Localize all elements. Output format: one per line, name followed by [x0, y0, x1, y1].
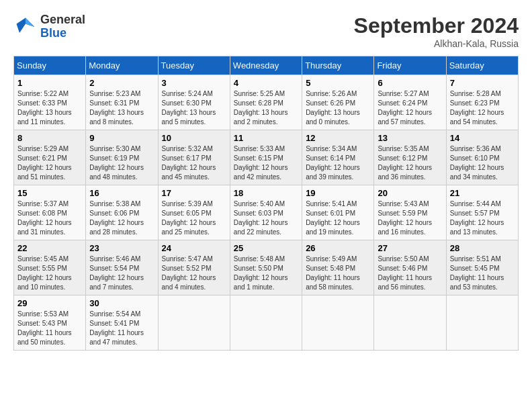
day-number: 8 [17, 133, 82, 143]
day-number: 14 [450, 133, 515, 143]
day-info: Sunrise: 5:30 AMSunset: 6:19 PMDaylight:… [89, 144, 154, 182]
page-header: General Blue September 2024 Alkhan-Kala,… [13, 13, 519, 49]
calendar-cell: 28Sunrise: 5:51 AMSunset: 5:45 PMDayligh… [446, 240, 518, 295]
calendar-cell: 27Sunrise: 5:50 AMSunset: 5:46 PMDayligh… [374, 240, 446, 295]
day-info: Sunrise: 5:41 AMSunset: 6:01 PMDaylight:… [306, 199, 370, 237]
calendar-cell: 8Sunrise: 5:29 AMSunset: 6:21 PMDaylight… [14, 130, 86, 185]
day-number: 19 [306, 188, 370, 198]
day-info: Sunrise: 5:40 AMSunset: 6:03 PMDaylight:… [234, 199, 298, 237]
day-info: Sunrise: 5:47 AMSunset: 5:52 PMDaylight:… [162, 255, 226, 292]
day-number: 5 [306, 78, 370, 88]
calendar-cell: 26Sunrise: 5:49 AMSunset: 5:48 PMDayligh… [302, 240, 374, 295]
day-number: 16 [89, 188, 154, 198]
day-number: 10 [162, 133, 226, 143]
calendar-week-row: 1Sunrise: 5:22 AMSunset: 6:33 PMDaylight… [14, 75, 519, 130]
calendar-cell [302, 295, 374, 351]
day-header-thursday: Thursday [302, 56, 374, 75]
calendar-week-row: 15Sunrise: 5:37 AMSunset: 6:08 PMDayligh… [14, 185, 519, 240]
day-info: Sunrise: 5:23 AMSunset: 6:31 PMDaylight:… [89, 89, 154, 127]
svg-marker-1 [26, 17, 35, 27]
calendar-cell: 18Sunrise: 5:40 AMSunset: 6:03 PMDayligh… [230, 185, 302, 240]
calendar-week-row: 29Sunrise: 5:53 AMSunset: 5:43 PMDayligh… [14, 295, 519, 351]
calendar-cell: 23Sunrise: 5:46 AMSunset: 5:54 PMDayligh… [86, 240, 158, 295]
day-info: Sunrise: 5:46 AMSunset: 5:54 PMDaylight:… [89, 255, 154, 292]
day-info: Sunrise: 5:48 AMSunset: 5:50 PMDaylight:… [234, 255, 298, 292]
month-title: September 2024 [354, 13, 519, 38]
calendar-cell: 7Sunrise: 5:28 AMSunset: 6:23 PMDaylight… [446, 75, 518, 130]
day-header-sunday: Sunday [14, 56, 86, 75]
day-number: 7 [450, 78, 515, 88]
day-number: 20 [378, 188, 442, 198]
calendar-cell: 14Sunrise: 5:36 AMSunset: 6:10 PMDayligh… [446, 130, 518, 185]
day-info: Sunrise: 5:49 AMSunset: 5:48 PMDaylight:… [306, 255, 370, 292]
day-info: Sunrise: 5:43 AMSunset: 5:59 PMDaylight:… [378, 199, 442, 237]
logo-text: General Blue [40, 13, 85, 40]
day-number: 6 [378, 78, 442, 88]
calendar-cell: 24Sunrise: 5:47 AMSunset: 5:52 PMDayligh… [158, 240, 230, 295]
day-info: Sunrise: 5:25 AMSunset: 6:28 PMDaylight:… [234, 89, 298, 127]
calendar-cell [230, 295, 302, 351]
calendar-cell: 10Sunrise: 5:32 AMSunset: 6:17 PMDayligh… [158, 130, 230, 185]
logo: General Blue [13, 13, 85, 40]
calendar-cell [446, 295, 518, 351]
calendar-cell [374, 295, 446, 351]
title-block: September 2024 Alkhan-Kala, Russia [354, 13, 519, 49]
day-header-friday: Friday [374, 56, 446, 75]
day-info: Sunrise: 5:27 AMSunset: 6:24 PMDaylight:… [378, 89, 442, 127]
day-info: Sunrise: 5:33 AMSunset: 6:15 PMDaylight:… [234, 144, 298, 182]
day-number: 9 [89, 133, 154, 143]
day-number: 30 [89, 298, 154, 308]
calendar-cell: 13Sunrise: 5:35 AMSunset: 6:12 PMDayligh… [374, 130, 446, 185]
calendar-cell: 11Sunrise: 5:33 AMSunset: 6:15 PMDayligh… [230, 130, 302, 185]
calendar-cell: 2Sunrise: 5:23 AMSunset: 6:31 PMDaylight… [86, 75, 158, 130]
calendar-cell [158, 295, 230, 351]
day-info: Sunrise: 5:26 AMSunset: 6:26 PMDaylight:… [306, 89, 370, 127]
day-header-tuesday: Tuesday [158, 56, 230, 75]
calendar-cell: 16Sunrise: 5:38 AMSunset: 6:06 PMDayligh… [86, 185, 158, 240]
day-info: Sunrise: 5:45 AMSunset: 5:55 PMDaylight:… [17, 255, 82, 292]
day-number: 3 [162, 78, 226, 88]
day-info: Sunrise: 5:44 AMSunset: 5:57 PMDaylight:… [450, 199, 515, 237]
calendar-cell: 19Sunrise: 5:41 AMSunset: 6:01 PMDayligh… [302, 185, 374, 240]
calendar-cell: 22Sunrise: 5:45 AMSunset: 5:55 PMDayligh… [14, 240, 86, 295]
day-info: Sunrise: 5:38 AMSunset: 6:06 PMDaylight:… [89, 199, 154, 237]
day-number: 13 [378, 133, 442, 143]
calendar-cell: 12Sunrise: 5:34 AMSunset: 6:14 PMDayligh… [302, 130, 374, 185]
calendar-cell: 3Sunrise: 5:24 AMSunset: 6:30 PMDaylight… [158, 75, 230, 130]
calendar-cell: 25Sunrise: 5:48 AMSunset: 5:50 PMDayligh… [230, 240, 302, 295]
day-info: Sunrise: 5:37 AMSunset: 6:08 PMDaylight:… [17, 199, 82, 237]
calendar-cell: 17Sunrise: 5:39 AMSunset: 6:05 PMDayligh… [158, 185, 230, 240]
day-header-saturday: Saturday [446, 56, 518, 75]
day-number: 11 [234, 133, 298, 143]
logo-icon [13, 15, 38, 39]
calendar-cell: 30Sunrise: 5:54 AMSunset: 5:41 PMDayligh… [86, 295, 158, 351]
location-subtitle: Alkhan-Kala, Russia [354, 38, 519, 49]
calendar-cell: 5Sunrise: 5:26 AMSunset: 6:26 PMDaylight… [302, 75, 374, 130]
day-number: 17 [162, 188, 226, 198]
day-number: 4 [234, 78, 298, 88]
day-info: Sunrise: 5:54 AMSunset: 5:41 PMDaylight:… [89, 310, 154, 347]
day-info: Sunrise: 5:32 AMSunset: 6:17 PMDaylight:… [162, 144, 226, 182]
calendar-cell: 29Sunrise: 5:53 AMSunset: 5:43 PMDayligh… [14, 295, 86, 351]
calendar-cell: 9Sunrise: 5:30 AMSunset: 6:19 PMDaylight… [86, 130, 158, 185]
calendar-cell: 4Sunrise: 5:25 AMSunset: 6:28 PMDaylight… [230, 75, 302, 130]
calendar-cell: 15Sunrise: 5:37 AMSunset: 6:08 PMDayligh… [14, 185, 86, 240]
day-number: 29 [17, 298, 82, 308]
calendar-table: SundayMondayTuesdayWednesdayThursdayFrid… [13, 56, 519, 351]
day-info: Sunrise: 5:35 AMSunset: 6:12 PMDaylight:… [378, 144, 442, 182]
day-number: 15 [17, 188, 82, 198]
day-number: 25 [234, 243, 298, 253]
day-number: 18 [234, 188, 298, 198]
day-number: 23 [89, 243, 154, 253]
calendar-cell: 6Sunrise: 5:27 AMSunset: 6:24 PMDaylight… [374, 75, 446, 130]
day-info: Sunrise: 5:50 AMSunset: 5:46 PMDaylight:… [378, 255, 442, 292]
day-info: Sunrise: 5:34 AMSunset: 6:14 PMDaylight:… [306, 144, 370, 182]
day-header-wednesday: Wednesday [230, 56, 302, 75]
calendar-cell: 1Sunrise: 5:22 AMSunset: 6:33 PMDaylight… [14, 75, 86, 130]
day-number: 26 [306, 243, 370, 253]
day-info: Sunrise: 5:53 AMSunset: 5:43 PMDaylight:… [17, 310, 82, 347]
day-number: 27 [378, 243, 442, 253]
calendar-cell: 21Sunrise: 5:44 AMSunset: 5:57 PMDayligh… [446, 185, 518, 240]
day-number: 22 [17, 243, 82, 253]
day-info: Sunrise: 5:29 AMSunset: 6:21 PMDaylight:… [17, 144, 82, 182]
